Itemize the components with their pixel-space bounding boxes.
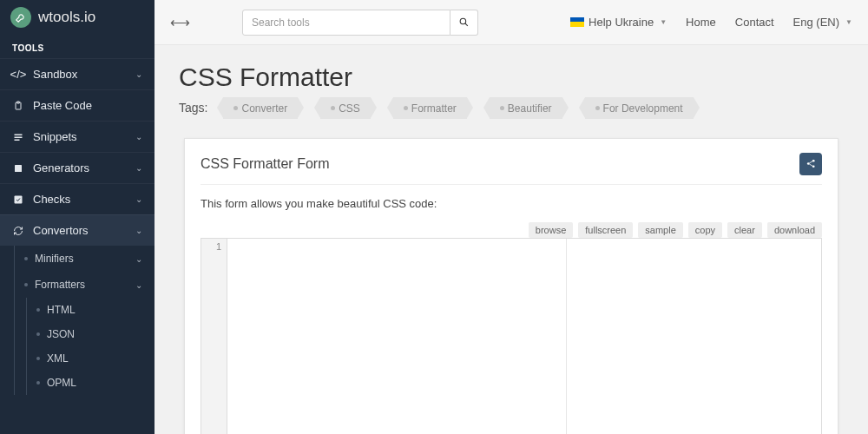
topnav-help-ukraine[interactable]: Help Ukraine ▼ — [570, 16, 667, 29]
page-title: CSS Formatter — [179, 62, 844, 92]
download-button[interactable]: download — [767, 222, 822, 238]
sidebar-leaf-html[interactable]: HTML — [0, 298, 155, 322]
sidebar-item-sandbox[interactable]: </> Sandbox ⌄ — [0, 58, 155, 89]
caret-down-icon: ▼ — [660, 18, 667, 26]
refresh-icon — [12, 225, 24, 237]
generators-icon — [12, 162, 24, 174]
sidebar-leaf-xml[interactable]: XML — [0, 346, 155, 371]
svg-line-13 — [809, 164, 812, 166]
fullscreen-button[interactable]: fullscreen — [578, 222, 633, 238]
chevron-down-icon: ⌄ — [135, 132, 142, 141]
tag-css[interactable]: CSS — [320, 97, 371, 119]
tag-for-development[interactable]: For Development — [585, 97, 694, 119]
sidebar-sub-label: Minifiers — [35, 253, 74, 265]
sidebar-item-label: Generators — [33, 161, 89, 174]
sidebar-leaf-label: OPML — [47, 377, 76, 389]
svg-point-9 — [806, 162, 809, 165]
logo[interactable]: wtools.io — [0, 0, 155, 35]
bullet-icon — [36, 332, 40, 336]
svg-rect-2 — [15, 134, 23, 135]
sidebar-item-convertors[interactable]: Convertors ⌄ — [0, 214, 155, 246]
sidebar-leaf-label: XML — [47, 352, 69, 365]
check-icon — [12, 194, 24, 206]
bullet-icon — [36, 308, 40, 312]
tags-label: Tags: — [179, 101, 207, 115]
card-title: CSS Formatter Form — [201, 156, 329, 172]
card-header: CSS Formatter Form — [201, 153, 822, 185]
sidebar-item-label: Checks — [33, 193, 70, 206]
bullet-icon — [36, 381, 40, 385]
topnav-lang[interactable]: Eng (EN) ▼ — [793, 16, 852, 29]
search-icon — [458, 16, 470, 28]
topnav: Help Ukraine ▼ Home Contact Eng (EN) ▼ — [570, 16, 852, 29]
sidebar-item-generators[interactable]: Generators ⌄ — [0, 152, 155, 183]
svg-line-12 — [809, 161, 812, 163]
sidebar-leaf-label: JSON — [47, 328, 75, 340]
svg-rect-6 — [15, 195, 23, 203]
topbar: ⟷ Help Ukraine ▼ Home Contact Eng (EN) ▼ — [155, 0, 868, 45]
bullet-icon — [36, 357, 40, 360]
svg-rect-3 — [15, 136, 23, 138]
svg-point-7 — [460, 18, 466, 24]
sidebar-sub-formatters[interactable]: Formatters ⌄ — [0, 272, 155, 298]
sidebar-sub-label: Formatters — [35, 279, 85, 291]
sidebar-leaf-opml[interactable]: OPML — [0, 371, 155, 395]
chevron-down-icon: ⌄ — [135, 163, 142, 173]
editor-toolbar: browse fullscreen sample copy clear down… — [201, 222, 822, 238]
share-button[interactable] — [799, 153, 822, 175]
browse-button[interactable]: browse — [529, 222, 573, 238]
line-gutter: 1 — [201, 239, 227, 434]
editor-divider — [566, 239, 567, 434]
wrench-icon — [10, 7, 31, 28]
svg-line-8 — [465, 23, 468, 26]
expand-icon[interactable]: ⟷ — [170, 14, 190, 30]
chevron-down-icon: ⌄ — [135, 280, 142, 290]
tag-beautifier[interactable]: Beautifier — [490, 97, 562, 119]
sidebar-item-snippets[interactable]: Snippets ⌄ — [0, 121, 155, 152]
copy-button[interactable]: copy — [688, 222, 722, 238]
brand-text: wtools.io — [38, 9, 95, 26]
sidebar-item-label: Sandbox — [33, 68, 77, 81]
search-button[interactable] — [450, 10, 478, 36]
clear-button[interactable]: clear — [727, 222, 762, 238]
sidebar-item-label: Paste Code — [33, 99, 92, 112]
sample-button[interactable]: sample — [638, 222, 682, 238]
tags-row: Tags: Converter CSS Formatter Beautifier… — [179, 97, 844, 119]
search-input[interactable] — [242, 10, 450, 36]
sidebar-item-label: Convertors — [33, 224, 89, 237]
sidebar-item-label: Snippets — [33, 130, 77, 143]
tools-heading: TOOLS — [0, 35, 155, 58]
chevron-down-icon: ⌄ — [135, 69, 142, 79]
svg-point-11 — [812, 166, 814, 168]
sidebar-leaf-json[interactable]: JSON — [0, 322, 155, 346]
tag-formatter[interactable]: Formatter — [393, 97, 467, 119]
sidebar-sub-minifiers[interactable]: Minifiers ⌄ — [0, 246, 155, 272]
ukraine-flag-icon — [570, 17, 584, 27]
svg-rect-5 — [15, 165, 22, 172]
sidebar-item-paste-code[interactable]: Paste Code — [0, 89, 155, 121]
code-editor[interactable]: 1 — [201, 238, 822, 434]
share-icon — [806, 158, 817, 169]
bullet-icon — [24, 257, 28, 260]
topnav-label: Help Ukraine — [589, 16, 654, 29]
topnav-home[interactable]: Home — [686, 16, 716, 29]
chevron-down-icon: ⌄ — [135, 194, 142, 204]
svg-rect-4 — [15, 139, 20, 141]
topnav-label: Eng (EN) — [793, 16, 839, 29]
chevron-down-icon: ⌄ — [135, 226, 142, 235]
caret-down-icon: ▼ — [845, 18, 852, 26]
sidebar-item-checks[interactable]: Checks ⌄ — [0, 183, 155, 214]
code-icon: </> — [12, 69, 24, 81]
sidebar: wtools.io TOOLS </> Sandbox ⌄ Paste Code… — [0, 0, 155, 434]
bullet-icon — [24, 283, 28, 286]
topnav-contact[interactable]: Contact — [735, 16, 774, 29]
content-area: CSS Formatter Tags: Converter CSS Format… — [155, 45, 868, 434]
code-area[interactable] — [227, 239, 821, 434]
sidebar-leaf-label: HTML — [47, 304, 76, 316]
tag-converter[interactable]: Converter — [223, 97, 298, 119]
svg-point-10 — [812, 160, 814, 162]
form-card: CSS Formatter Form This form allows you … — [184, 138, 838, 434]
search — [242, 10, 478, 36]
snippets-icon — [12, 131, 24, 143]
paste-icon — [12, 100, 24, 112]
